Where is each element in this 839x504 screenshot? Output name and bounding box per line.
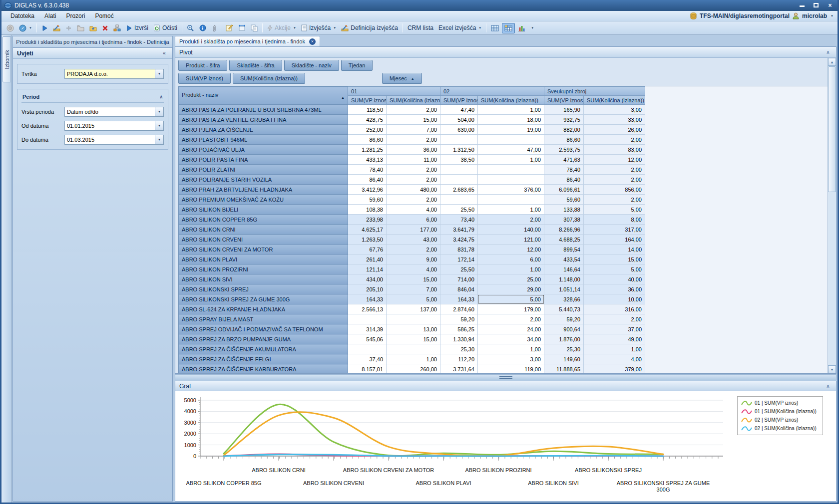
product-cell[interactable]: ABRO POLIRANJE STARIH VOZILA xyxy=(179,175,348,185)
chevron-down-icon[interactable]: ▼ xyxy=(155,135,163,144)
view-options-dropdown[interactable]: ▼ xyxy=(528,25,536,30)
value-cell[interactable] xyxy=(478,135,544,145)
value-cell[interactable]: 3.424,75 xyxy=(440,235,478,245)
value-cell[interactable]: 8,00 xyxy=(584,215,645,225)
value-cell[interactable]: 376,00 xyxy=(478,185,544,195)
value-cell[interactable]: 26,00 xyxy=(584,125,645,135)
minimize-button[interactable] xyxy=(798,2,807,9)
column-group-header-01[interactable]: 01 xyxy=(348,87,440,96)
value-cell[interactable]: 59,60 xyxy=(544,195,584,205)
tvrtka-select[interactable]: PRODAJA d.o.o. ▼ xyxy=(64,69,164,79)
current-user[interactable]: microlab xyxy=(802,12,827,19)
value-cell[interactable] xyxy=(478,175,544,185)
definicija-izvjesca-button[interactable]: Definicija izvješća xyxy=(339,23,400,33)
chart-view-button[interactable] xyxy=(516,23,527,33)
field-sum-vp-iznos[interactable]: SUM(VP iznos) xyxy=(178,73,231,84)
tab-findok[interactable]: Produkti i skladišta po mjesecima i tjed… xyxy=(175,36,320,46)
value-cell[interactable]: 3,00 xyxy=(478,354,544,364)
value-cell[interactable]: 7,00 xyxy=(387,125,440,135)
chevron-down-icon[interactable]: ▼ xyxy=(155,121,163,130)
delete-button[interactable] xyxy=(100,24,110,32)
value-cell[interactable]: 118,50 xyxy=(348,105,387,115)
ocisti-button[interactable]: Očisti xyxy=(151,23,179,32)
product-cell[interactable]: ABRO SPREJ ZA ČIŠĆENJE KARBURATORA xyxy=(179,364,348,374)
column-group-header-sveukupni-zbroj[interactable]: Sveukupni zbroj xyxy=(544,87,645,96)
value-cell[interactable]: 1.330,94 xyxy=(440,334,478,344)
value-cell[interactable]: 19,00 xyxy=(478,125,544,135)
value-cell[interactable]: 179,00 xyxy=(478,304,544,314)
value-cell[interactable]: 59,20 xyxy=(440,314,478,324)
value-cell[interactable]: 38,50 xyxy=(440,155,478,165)
value-cell[interactable]: 177,00 xyxy=(387,225,440,235)
value-cell[interactable]: 140,00 xyxy=(478,225,544,235)
value-cell[interactable]: 4.688,25 xyxy=(544,235,584,245)
do-datuma-select[interactable]: 01.03.2015 ▼ xyxy=(64,135,164,145)
value-cell[interactable]: 1.263,50 xyxy=(348,235,387,245)
value-cell[interactable]: 428,75 xyxy=(348,115,387,125)
grid-view-button[interactable] xyxy=(489,23,501,33)
value-cell[interactable]: 2,00 xyxy=(584,175,645,185)
product-cell[interactable]: ABRO PREMIUM OMEKŠIVAČ ZA KOŽU xyxy=(179,195,348,205)
value-cell[interactable]: 86,40 xyxy=(544,175,584,185)
collapse-period-icon[interactable]: ∧ xyxy=(159,94,163,99)
add-button[interactable] xyxy=(63,24,74,32)
value-cell[interactable]: 586,25 xyxy=(440,324,478,334)
value-cell[interactable]: 831,78 xyxy=(440,245,478,254)
value-cell[interactable]: 2,00 xyxy=(584,314,645,324)
value-cell[interactable]: 252,00 xyxy=(348,125,387,135)
value-cell[interactable]: 8.157,01 xyxy=(348,364,387,374)
value-header[interactable]: SUM(Količina (izlazna)) xyxy=(478,96,544,105)
value-cell[interactable]: 2,00 xyxy=(584,135,645,145)
value-cell[interactable]: 2,00 xyxy=(387,135,440,145)
value-cell[interactable]: 59,20 xyxy=(544,314,584,324)
chevron-down-icon[interactable]: ▼ xyxy=(155,107,163,116)
field-sum-kolicina[interactable]: SUM(Količina (izlazna)) xyxy=(233,73,305,84)
value-header[interactable]: SUM(Količina (izlazna)) xyxy=(387,96,440,105)
menu-prozori[interactable]: Prozori xyxy=(61,11,90,20)
product-cell[interactable]: ABRO SPREJ ZA ČIŠĆENJE FELGI xyxy=(179,354,348,364)
value-cell[interactable]: 10,00 xyxy=(584,294,645,304)
value-cell[interactable]: 5.440,73 xyxy=(544,304,584,314)
copy-button[interactable] xyxy=(249,23,260,33)
value-cell[interactable]: 5,00 xyxy=(584,205,645,215)
menu-alati[interactable]: Alati xyxy=(39,11,61,20)
value-cell[interactable]: 1,00 xyxy=(478,105,544,115)
row-field-header[interactable]: Produkt - naziv▲ xyxy=(179,87,348,105)
restore-button[interactable] xyxy=(812,2,821,9)
value-cell[interactable]: 11.888,65 xyxy=(544,364,584,374)
value-cell[interactable]: 314,39 xyxy=(348,324,387,334)
value-cell[interactable]: 6.096,61 xyxy=(544,185,584,195)
value-cell[interactable]: 86,60 xyxy=(544,135,584,145)
product-cell[interactable]: ABRO SILIKON PROZIRNI xyxy=(179,264,348,274)
value-cell[interactable]: 34,00 xyxy=(478,334,544,344)
collapse-panel-icon[interactable]: « xyxy=(160,50,168,56)
value-cell[interactable]: 328,66 xyxy=(544,294,584,304)
collapse-graf-icon[interactable]: ∧ xyxy=(824,383,832,389)
value-cell[interactable]: 86,40 xyxy=(348,175,387,185)
akcije-button[interactable]: Akcije ▼ xyxy=(265,23,298,32)
value-header[interactable]: SUM(VP iznos) xyxy=(440,96,478,105)
value-cell[interactable]: 856,00 xyxy=(584,185,645,195)
value-cell[interactable]: 1,00 xyxy=(584,344,645,354)
value-cell[interactable]: 15,00 xyxy=(387,115,440,125)
menu-datoteka[interactable]: Datoteka xyxy=(5,11,39,20)
value-cell[interactable]: 2,00 xyxy=(387,195,440,205)
value-cell[interactable]: 1,00 xyxy=(478,344,544,354)
value-cell[interactable] xyxy=(440,195,478,205)
value-cell[interactable]: 434,00 xyxy=(348,274,387,284)
collapse-pivot-icon[interactable]: ∧ xyxy=(824,49,832,55)
product-cell[interactable]: ABRO SILIKON CRVENI xyxy=(179,235,348,245)
value-cell[interactable]: 146,64 xyxy=(544,264,584,274)
value-cell[interactable]: 379,00 xyxy=(584,364,645,374)
value-cell[interactable] xyxy=(440,175,478,185)
chevron-down-icon[interactable]: ▼ xyxy=(155,69,163,78)
value-cell[interactable]: 2,00 xyxy=(387,165,440,175)
value-cell[interactable]: 47,00 xyxy=(478,145,544,155)
value-cell[interactable]: 2,00 xyxy=(584,195,645,205)
value-cell[interactable]: 2,00 xyxy=(387,245,440,254)
product-cell[interactable]: ABRO PASTA ZA VENTILE GRUBA I FINA xyxy=(179,115,348,125)
value-cell[interactable]: 1.051,14 xyxy=(544,284,584,294)
value-cell[interactable]: 504,00 xyxy=(440,115,478,125)
tab-definition[interactable]: Produkti i skladišta po mjesecima i tjed… xyxy=(12,36,173,47)
value-cell[interactable]: 13,00 xyxy=(387,324,440,334)
